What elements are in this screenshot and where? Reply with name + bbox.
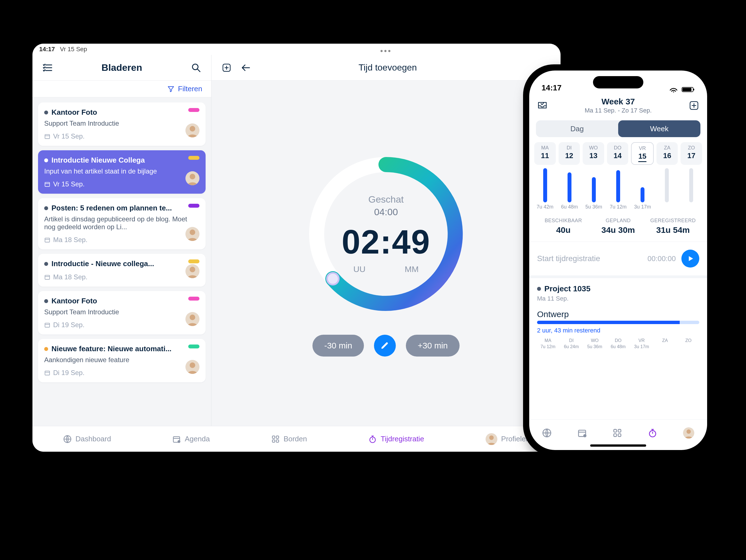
tab-agenda[interactable]: Agenda bbox=[172, 435, 210, 443]
search-icon[interactable] bbox=[190, 62, 202, 74]
available-value: 40u bbox=[536, 225, 591, 235]
task-card[interactable]: Nieuwe feature: Nieuwe automati...Aankon… bbox=[38, 339, 206, 382]
registered-label: GEREGISTREERD bbox=[645, 218, 700, 224]
filter-button[interactable]: Filteren bbox=[32, 81, 211, 97]
back-icon[interactable] bbox=[239, 62, 252, 74]
available-label: BESCHIKBAAR bbox=[536, 218, 591, 224]
minus-30-button[interactable]: -30 min bbox=[312, 335, 364, 357]
status-time: 14:17 bbox=[39, 46, 55, 53]
start-zero: 00:00:00 bbox=[648, 254, 676, 263]
svg-rect-61 bbox=[618, 433, 621, 436]
time-pane: ••• Tijd toevoegen bbox=[211, 55, 561, 426]
filter-label: Filteren bbox=[178, 85, 202, 93]
segment-week[interactable]: Week bbox=[618, 120, 700, 137]
current-time: 02:49 bbox=[342, 223, 430, 261]
bar-column bbox=[632, 168, 653, 202]
svg-point-20 bbox=[190, 267, 195, 272]
day-cell[interactable]: WO13 bbox=[583, 142, 604, 165]
phone-tab-dashboard[interactable] bbox=[542, 428, 552, 438]
day-cell[interactable]: DO14 bbox=[607, 142, 629, 165]
day-cell[interactable]: ZA16 bbox=[657, 142, 678, 165]
svg-point-47 bbox=[673, 91, 674, 92]
bars-row bbox=[529, 165, 707, 204]
svg-point-12 bbox=[190, 174, 195, 179]
plus-30-button[interactable]: +30 min bbox=[406, 335, 460, 357]
svg-rect-40 bbox=[276, 440, 279, 442]
svg-point-67 bbox=[686, 429, 691, 433]
status-dot bbox=[44, 206, 48, 210]
tab-boards[interactable]: Borden bbox=[271, 435, 307, 443]
day-cell[interactable]: ZO17 bbox=[681, 142, 702, 165]
progress-bar bbox=[537, 321, 699, 324]
task-date: Vr 15 Sep. bbox=[53, 132, 85, 140]
svg-point-57 bbox=[583, 434, 586, 437]
bar-column bbox=[534, 168, 556, 202]
task-card[interactable]: Posten: 5 redenen om plannen te...Artike… bbox=[38, 198, 206, 249]
task-date: Vr 15 Sep. bbox=[53, 180, 85, 188]
task-card[interactable]: Introductie - Nieuwe collega...Ma 18 Sep… bbox=[38, 254, 206, 286]
svg-point-8 bbox=[190, 126, 195, 132]
tab-time[interactable]: Tijdregistratie bbox=[368, 435, 424, 443]
bar-column bbox=[681, 168, 702, 202]
phone-tab-boards[interactable] bbox=[612, 428, 622, 438]
day-cell[interactable]: MA11 bbox=[534, 142, 556, 165]
svg-rect-38 bbox=[276, 436, 279, 438]
list-icon[interactable] bbox=[41, 62, 54, 74]
view-segment[interactable]: Dag Week bbox=[536, 120, 700, 137]
bar-column bbox=[607, 168, 629, 202]
funnel-icon bbox=[167, 85, 175, 93]
svg-point-46 bbox=[489, 436, 494, 440]
add-button[interactable] bbox=[221, 62, 233, 74]
segment-day[interactable]: Dag bbox=[536, 120, 618, 137]
ipad-status-bar: 14:17 Vr 15 Sep bbox=[32, 44, 561, 55]
planned-label: GEPLAND bbox=[591, 218, 645, 224]
planned-value: 34u 30m bbox=[591, 225, 645, 235]
task-list[interactable]: Kantoor FotoSupport Team IntroductieVr 1… bbox=[32, 97, 211, 426]
task-card[interactable]: Kantoor FotoSupport Team IntroductieDi 1… bbox=[38, 291, 206, 334]
start-timer-row[interactable]: Start tijdregistratie 00:00:00 bbox=[529, 242, 707, 278]
task-card[interactable]: Kantoor FotoSupport Team IntroductieVr 1… bbox=[38, 103, 206, 146]
edit-button[interactable] bbox=[374, 335, 396, 357]
assignee-avatar bbox=[185, 264, 199, 278]
day-cell[interactable]: DI12 bbox=[558, 142, 580, 165]
project-task: Ontwerp bbox=[537, 310, 699, 319]
tab-profiles[interactable]: Profielen bbox=[486, 433, 530, 445]
play-button[interactable] bbox=[681, 250, 699, 268]
assignee-avatar bbox=[185, 360, 199, 374]
task-date: Di 19 Sep. bbox=[53, 321, 84, 329]
day-cell[interactable]: VR15 bbox=[631, 142, 654, 165]
svg-rect-17 bbox=[45, 275, 50, 280]
estimated-value: 04:00 bbox=[374, 206, 398, 218]
phone-tab-profile[interactable] bbox=[683, 427, 694, 439]
task-tag bbox=[188, 297, 199, 301]
week-range: Ma 11 Sep. - Zo 17 Sep. bbox=[584, 107, 652, 114]
calendar-icon bbox=[577, 428, 587, 438]
phone-header: Week 37 Ma 11 Sep. - Zo 17 Sep. bbox=[529, 94, 707, 116]
start-placeholder: Start tijdregistratie bbox=[537, 254, 642, 263]
globe-icon bbox=[542, 428, 552, 438]
svg-rect-49 bbox=[683, 88, 691, 91]
durations-row: 7u 42m6u 48m5u 36m7u 12m3u 17m bbox=[529, 204, 707, 216]
task-tag bbox=[188, 344, 199, 348]
grid-icon bbox=[612, 428, 622, 438]
unit-minutes: MM bbox=[405, 264, 419, 274]
assignee-avatar bbox=[185, 171, 199, 185]
time-ring[interactable]: Geschat 04:00 02:49 UU MM bbox=[302, 150, 470, 318]
tab-dashboard[interactable]: Dashboard bbox=[63, 435, 111, 443]
task-title: Introductie Nieuwe Collega bbox=[52, 156, 145, 165]
phone-tab-time[interactable] bbox=[648, 428, 657, 438]
status-date: Vr 15 Sep bbox=[60, 46, 87, 53]
task-date: Di 19 Sep. bbox=[53, 369, 84, 377]
phone-screen: 14:17 Week 37 Ma 11 Sep. - Zo 17 Sep. Da… bbox=[529, 71, 707, 450]
stopwatch-icon bbox=[368, 435, 377, 443]
tablet-device: 14:17 Vr 15 Sep Bladeren Filteren bbox=[22, 34, 571, 462]
task-subtitle: Support Team Introductie bbox=[44, 308, 199, 316]
inbox-icon[interactable] bbox=[538, 101, 547, 110]
add-button[interactable] bbox=[689, 101, 699, 110]
days-row: MA11DI12WO13DO14VR15ZA16ZO17 bbox=[529, 142, 707, 165]
project-date: Ma 11 Sep. bbox=[537, 295, 699, 302]
window-handle-icon: ••• bbox=[380, 47, 392, 55]
phone-tab-agenda[interactable] bbox=[577, 428, 587, 438]
project-card[interactable]: Project 1035 Ma 11 Sep. Ontwerp 2 uur, 4… bbox=[529, 278, 707, 353]
task-card[interactable]: Introductie Nieuwe CollegaInput van het … bbox=[38, 150, 206, 194]
